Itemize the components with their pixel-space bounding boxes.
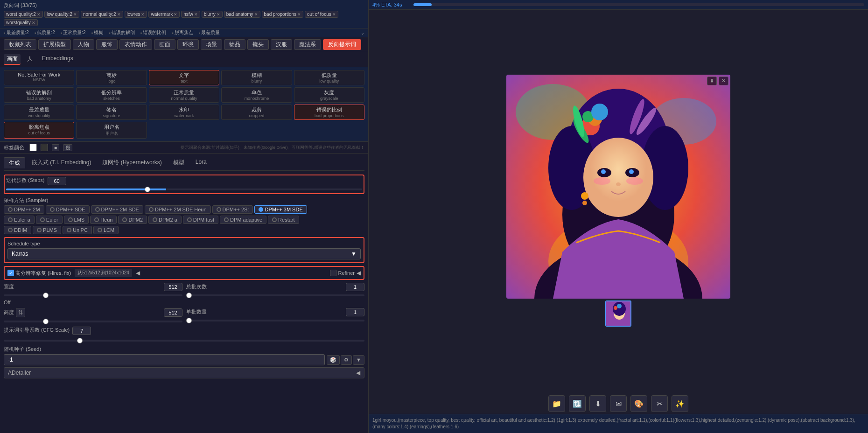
neg-tag-bl[interactable]: blurry✕: [202, 11, 223, 18]
width-value[interactable]: 512: [164, 283, 182, 291]
neg-tag-bp[interactable]: bad proportions✕: [262, 11, 304, 18]
tag-cell-bad proportions[interactable]: 错误的比例bad proportions: [294, 105, 364, 120]
tag-cell-用户名[interactable]: 用户名用户名: [76, 122, 147, 139]
suggest-tag[interactable]: ▪错误的比例: [140, 29, 167, 36]
suggest-tag[interactable]: ▪低质量:2: [35, 29, 55, 36]
neg-tag-close-wq2[interactable]: ✕: [37, 12, 41, 17]
color-btn-2[interactable]: 🖼: [63, 144, 72, 151]
refiner-checkbox[interactable]: [330, 270, 336, 276]
neg-tag-lq2[interactable]: low quality:2✕: [44, 11, 79, 18]
neg-tag-close-oof[interactable]: ✕: [332, 12, 336, 17]
adetailer-row[interactable]: ADetailer ◀: [4, 367, 364, 378]
sampler-btn-PLMS[interactable]: PLMS: [33, 226, 61, 234]
tag-cell-signature[interactable]: 签名signature: [76, 105, 147, 120]
sampler-btn-DPM2_a[interactable]: DPM2 a: [148, 216, 182, 224]
neg-tag-close-wq[interactable]: ✕: [32, 21, 35, 25]
category-btn[interactable]: 收藏列表: [4, 39, 36, 50]
tag-cell-grayscale[interactable]: 灰度grayscale: [294, 87, 364, 103]
neg-tag-nsfw[interactable]: nsfw✕: [181, 11, 200, 18]
sampler-btn-Restart[interactable]: Restart: [268, 216, 299, 224]
tag-cell-text[interactable]: 文字text: [149, 70, 219, 85]
image-close-btn[interactable]: ✕: [719, 77, 728, 85]
tag-cell-monochrome[interactable]: 单色monochrome: [221, 87, 292, 103]
category-btn[interactable]: 环境: [177, 39, 199, 50]
neg-tag-close-lq2[interactable]: ✕: [73, 12, 77, 17]
sampler-btn-LMS[interactable]: LMS: [64, 216, 89, 224]
gen-tab-Lora[interactable]: Lora: [191, 157, 211, 168]
action-btn-send[interactable]: ✉: [610, 395, 627, 412]
category-btn[interactable]: 场景: [201, 39, 222, 50]
tag-cell-bad anatomy[interactable]: 错误的解剖bad anatomy: [4, 87, 74, 103]
color-swatch-white[interactable]: [29, 144, 37, 151]
category-btn[interactable]: 服饰: [96, 39, 118, 50]
category-btn[interactable]: 扩展模型: [38, 39, 71, 50]
seed-dropdown-btn[interactable]: ▼: [353, 355, 364, 365]
tag-cell-low quality[interactable]: 低质量low quality: [294, 70, 364, 85]
batch-count-slider[interactable]: [186, 320, 365, 321]
color-swatch-dark[interactable]: [41, 144, 48, 151]
gen-tab-超网络 (Hypernetworks)[interactable]: 超网络 (Hypernetworks): [98, 157, 166, 168]
neg-tag-close-nq2[interactable]: ✕: [117, 12, 121, 17]
action-btn-cut[interactable]: ✂: [651, 395, 668, 412]
batch-total-slider[interactable]: [186, 294, 365, 296]
suggest-tag[interactable]: ▪正常质量:2: [61, 29, 86, 36]
height-value[interactable]: 512: [164, 308, 182, 317]
tag-cell-cropped[interactable]: 裁剪cropped: [221, 105, 292, 120]
action-btn-magic[interactable]: ✨: [672, 395, 688, 412]
sampler-btn-DPM_adaptive[interactable]: DPM adaptive: [220, 216, 266, 224]
sampler-btn-DDIM[interactable]: DDIM: [4, 226, 31, 234]
tag-cell-worstquality[interactable]: 最差质量worstquality: [4, 105, 74, 120]
neg-tag-close-lr[interactable]: ✕: [141, 12, 145, 17]
sampler-btn-DPM___SDE[interactable]: DPM++ SDE: [46, 205, 90, 214]
color-btn-1[interactable]: ■: [52, 144, 59, 151]
action-btn-palette[interactable]: 🎨: [630, 395, 647, 412]
sampler-btn-Heun[interactable]: Heun: [90, 216, 117, 224]
neg-tag-wq[interactable]: worstquality✕: [4, 19, 38, 26]
category-btn[interactable]: 魔法系: [294, 39, 321, 50]
tag-cell-out of focus[interactable]: 脱离焦点out of focus: [4, 122, 74, 139]
suggest-tag[interactable]: ▪错误的解剖: [109, 29, 135, 36]
tag-cell-logo[interactable]: 商标logo: [76, 70, 147, 85]
sampler-btn-DPM___2M_SDE_Heun[interactable]: DPM++ 2M SDE Heun: [145, 205, 211, 214]
hires-checkbox[interactable]: ✓: [7, 270, 14, 276]
sub-tab-Embeddings[interactable]: Embeddings: [39, 54, 76, 65]
category-btn[interactable]: 反向提示词: [323, 39, 361, 50]
sampler-btn-DPM___2M[interactable]: DPM++ 2M: [4, 205, 44, 214]
batch-total-value[interactable]: 1: [346, 283, 364, 291]
suggest-tag[interactable]: ▪模糊: [91, 29, 104, 36]
action-btn-refresh[interactable]: 🔃: [569, 395, 586, 412]
steps-slider[interactable]: [6, 189, 362, 190]
tag-cell-sketches[interactable]: 低分辨率sketches: [76, 87, 147, 103]
schedule-select[interactable]: Karras ▼: [7, 248, 361, 259]
batch-count-value[interactable]: 1: [346, 308, 364, 316]
action-btn-save[interactable]: ⬇: [589, 395, 606, 412]
tag-cell-normal quality[interactable]: 正常质量normal quality: [149, 87, 219, 103]
category-btn[interactable]: 汉服: [271, 39, 292, 50]
seed-dice-btn[interactable]: 🎲: [327, 355, 340, 365]
sub-tab-人[interactable]: 人: [24, 54, 35, 65]
suggest-tag[interactable]: ▪最差质量: [199, 29, 220, 36]
suggest-tag[interactable]: ▪最差质量:2: [4, 29, 29, 36]
action-btn-folder[interactable]: 📁: [548, 395, 565, 412]
sampler-btn-UniPC[interactable]: UniPC: [63, 226, 92, 234]
neg-tag-close-bl[interactable]: ✕: [217, 12, 220, 17]
swap-btn[interactable]: ⇅: [16, 308, 25, 317]
neg-tag-ba[interactable]: bad anatomy✕: [224, 11, 260, 18]
steps-value[interactable]: 60: [48, 177, 66, 185]
category-btn[interactable]: 人物: [73, 39, 94, 50]
gen-tab-模型[interactable]: 模型: [168, 157, 189, 168]
category-btn[interactable]: 画面: [154, 39, 175, 50]
suggest-tag[interactable]: ▪脱离焦点: [172, 29, 193, 36]
tag-cell-blurry[interactable]: 模糊blurry: [221, 70, 292, 85]
neg-tag-close-bp[interactable]: ✕: [297, 12, 301, 17]
width-slider[interactable]: [4, 294, 182, 296]
seed-recycle-btn[interactable]: ♻: [341, 355, 352, 365]
gen-tab-生成[interactable]: 生成: [4, 157, 25, 168]
neg-tag-lr[interactable]: lowres✕: [125, 11, 147, 18]
thumbnail-1[interactable]: [605, 300, 631, 327]
tag-cell-NSFW[interactable]: Not Safe For WorkNSFW: [4, 70, 74, 85]
neg-tag-wq2[interactable]: worst quality:2✕: [4, 11, 43, 18]
sampler-btn-LCM[interactable]: LCM: [93, 226, 119, 234]
neg-tag-oof[interactable]: out of focus✕: [305, 11, 338, 18]
neg-tag-close-ba[interactable]: ✕: [254, 12, 258, 17]
